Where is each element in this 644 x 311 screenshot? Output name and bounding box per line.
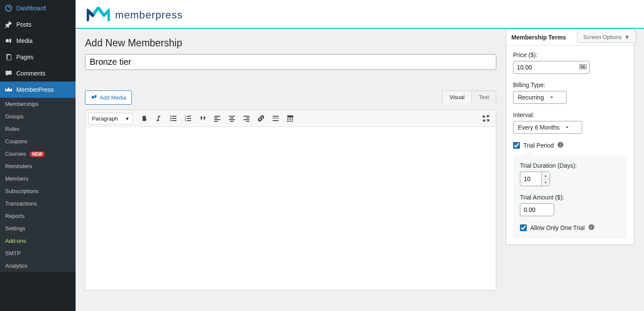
membership-terms-panel: Membership Terms Price ($): — [506, 29, 635, 245]
tab-visual[interactable]: Visual — [442, 91, 472, 103]
menu-label: Media — [16, 37, 33, 44]
menu-comments[interactable]: Comments — [0, 65, 76, 82]
panel-title: Membership Terms — [511, 34, 566, 41]
menu-posts[interactable]: Posts — [0, 16, 76, 33]
svg-rect-26 — [243, 119, 249, 120]
svg-rect-31 — [287, 115, 293, 118]
trial-period-checkbox[interactable] — [513, 142, 520, 149]
screen-options-button[interactable]: Screen Options ▼ — [577, 32, 636, 43]
content-editor[interactable] — [85, 127, 496, 290]
toolbar-toggle-button[interactable] — [284, 112, 297, 125]
svg-rect-7 — [172, 118, 176, 119]
tab-text[interactable]: Text — [472, 91, 496, 103]
submenu-coupons[interactable]: Coupons — [0, 135, 76, 148]
page-title: Add New Membership — [85, 29, 496, 54]
align-center-button[interactable] — [225, 112, 238, 125]
read-more-button[interactable] — [269, 112, 282, 125]
caret-down-icon: ▾ — [126, 115, 129, 122]
svg-rect-23 — [230, 121, 234, 122]
submenu-memberships[interactable]: Memberships — [0, 98, 76, 110]
trial-settings-box: Trial Duration (Days): ▲ ▼ — [513, 155, 627, 239]
align-left-button[interactable] — [211, 112, 224, 125]
fullscreen-button[interactable] — [480, 112, 492, 125]
trial-duration-input[interactable] — [520, 172, 541, 186]
svg-rect-27 — [246, 121, 249, 122]
svg-rect-17 — [214, 118, 218, 118]
allow-one-trial-label: Allow Only One Trial — [530, 224, 585, 231]
dashboard-icon — [4, 4, 13, 12]
svg-rect-20 — [229, 116, 235, 117]
chevron-down-icon — [565, 125, 570, 130]
pin-icon — [4, 20, 13, 29]
trial-amount-label: Trial Amount ($): — [520, 194, 620, 201]
submenu-addons[interactable]: Add-ons — [0, 235, 76, 247]
paragraph-format-select[interactable]: Paragraph ▾ — [88, 113, 133, 124]
svg-rect-41 — [584, 66, 585, 66]
bullet-list-button[interactable] — [167, 112, 180, 125]
submenu-transactions[interactable]: Transactions — [0, 197, 76, 210]
svg-rect-29 — [273, 118, 279, 118]
svg-rect-24 — [243, 116, 249, 117]
add-media-button[interactable]: Add Media — [85, 91, 132, 105]
submenu-courses[interactable]: Courses NEW — [0, 148, 76, 160]
menu-label: MemberPress — [16, 86, 54, 93]
memberpress-logo-icon — [87, 7, 110, 23]
price-label: Price ($): — [513, 51, 627, 58]
svg-rect-22 — [229, 119, 235, 120]
submenu-analytics[interactable]: Analytics — [0, 260, 76, 272]
menu-pages[interactable]: Pages — [0, 49, 76, 65]
stepper-down[interactable]: ▼ — [542, 179, 550, 186]
link-button[interactable] — [255, 112, 267, 125]
media-icon — [4, 36, 13, 45]
italic-button[interactable] — [152, 112, 165, 125]
submenu-rules[interactable]: Rules — [0, 123, 76, 135]
svg-rect-32 — [287, 118, 289, 120]
submenu-settings[interactable]: Settings — [0, 222, 76, 235]
svg-rect-36 — [289, 121, 291, 122]
bold-button[interactable] — [138, 112, 151, 125]
comment-icon — [4, 69, 13, 78]
menu-label: Comments — [16, 70, 46, 77]
interval-select[interactable]: Every 6 Months — [513, 121, 582, 134]
membership-title-input[interactable] — [85, 54, 496, 70]
price-input[interactable] — [513, 61, 589, 74]
menu-label: Posts — [16, 21, 31, 28]
trial-amount-input[interactable] — [520, 203, 554, 216]
submenu-subscriptions[interactable]: Subscriptions — [0, 185, 76, 197]
submenu-groups[interactable]: Groups — [0, 110, 76, 123]
blockquote-button[interactable] — [196, 112, 209, 125]
menu-dashboard[interactable]: Dashboard — [0, 0, 76, 16]
camera-music-icon — [91, 94, 97, 102]
menu-label: Pages — [16, 54, 33, 60]
screen-options-label: Screen Options — [583, 34, 622, 40]
svg-point-3 — [91, 96, 94, 99]
allow-one-trial-checkbox[interactable] — [520, 224, 527, 231]
add-media-label: Add Media — [100, 94, 126, 101]
menu-memberpress[interactable]: MemberPress — [0, 82, 76, 98]
info-icon[interactable]: i — [588, 224, 595, 232]
svg-rect-21 — [230, 118, 234, 118]
svg-rect-25 — [246, 118, 249, 118]
interval-value: Every 6 Months — [518, 124, 559, 131]
new-badge: NEW — [30, 151, 45, 157]
svg-rect-2 — [7, 55, 11, 60]
svg-text:i: i — [591, 225, 592, 229]
align-right-button[interactable] — [240, 112, 253, 125]
submenu-reminders[interactable]: Reminders — [0, 160, 76, 172]
billing-type-label: Billing Type: — [513, 82, 627, 88]
menu-media[interactable]: Media — [0, 33, 76, 49]
chevron-down-icon — [549, 95, 554, 100]
submenu-smtp[interactable]: SMTP — [0, 247, 76, 260]
trial-duration-label: Trial Duration (Days): — [520, 162, 620, 169]
interval-label: Interval: — [513, 112, 627, 118]
info-icon[interactable]: i — [557, 142, 564, 149]
svg-rect-35 — [287, 121, 289, 122]
stepper-up[interactable]: ▲ — [542, 172, 550, 179]
submenu-members[interactable]: Members — [0, 172, 76, 185]
numbered-list-button[interactable]: 123 — [182, 112, 194, 125]
submenu-reports[interactable]: Reports — [0, 210, 76, 222]
billing-type-select[interactable]: Recurring — [513, 91, 567, 104]
svg-rect-37 — [292, 121, 293, 122]
svg-rect-9 — [172, 120, 176, 121]
svg-point-6 — [170, 118, 171, 119]
